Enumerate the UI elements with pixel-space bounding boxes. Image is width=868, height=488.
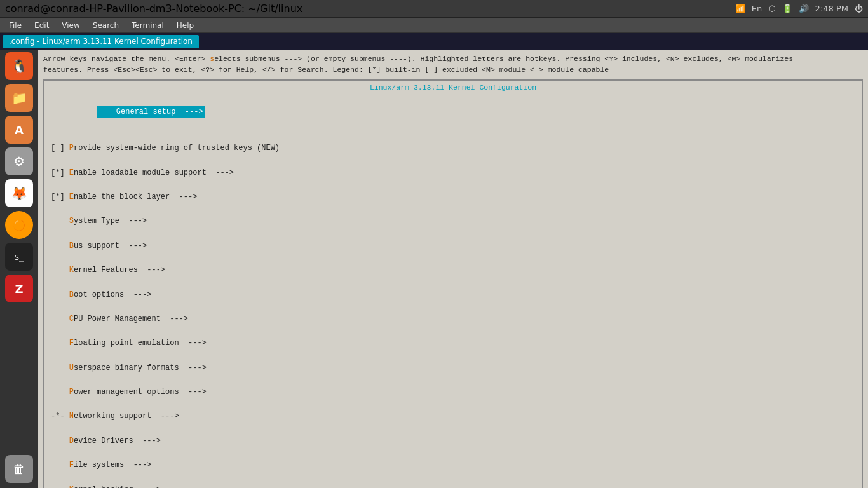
menu-line-networking[interactable]: -*- Networking support ---> [51, 410, 862, 423]
menu-line-userspace[interactable]: Userspace binary formats ---> [51, 362, 862, 374]
battery-icon: 🔋 [782, 4, 792, 13]
titlebar: conrad@conrad-HP-Pavilion-dm3-Notebook-P… [0, 0, 868, 18]
menu-line-kernel-features[interactable]: Kernel Features ---> [51, 264, 862, 276]
config-list[interactable]: General setup ---> [ ] Provide system-wi… [44, 93, 862, 489]
menu-search[interactable]: Search [88, 20, 124, 31]
firefox-icon: 🦊 [11, 186, 27, 201]
terminal-icon: $_ [14, 252, 24, 262]
config-box: Linux/arm 3.13.11 Kernel Configuration G… [43, 79, 863, 489]
info-line2: features. Press <Esc><Esc> to exit, <?> … [43, 65, 609, 74]
dock-ubuntu[interactable]: 🐧 [5, 52, 33, 80]
menu-line-block-layer[interactable]: [*] Enable the block layer ---> [51, 191, 862, 203]
menu-line-kernel-hacking[interactable]: Kernel hacking ---> [51, 484, 862, 489]
menu-line-power-mgmt[interactable]: Power management options ---> [51, 386, 862, 398]
terminal-area: 🐧 📁 A ⚙ 🦊 🟠 $_ Z 🗑 Arrow keys n [0, 50, 868, 488]
menu-line-system-type[interactable]: System Type ---> [51, 215, 862, 227]
power-icon: ⏻ [855, 4, 863, 13]
active-tab[interactable]: .config - Linux/arm 3.13.11 Kernel Confi… [3, 35, 199, 48]
menu-line-boot-options[interactable]: Boot options ---> [51, 289, 862, 301]
dock-zathura[interactable]: Z [5, 274, 33, 302]
menu-line-cpu-power[interactable]: CPU Power Management ---> [51, 313, 862, 325]
clock: 2:48 PM [815, 4, 848, 13]
info-text: Arrow keys navigate the menu. <Enter> se… [43, 53, 863, 76]
lang-indicator: En [752, 4, 762, 13]
wifi-icon: 📶 [735, 4, 745, 13]
files-icon: 📁 [11, 90, 27, 105]
menubar: File Edit View Search Terminal Help [0, 18, 868, 33]
menu-line-module-support[interactable]: [*] Enable loadable module support ---> [51, 167, 862, 179]
dock-files[interactable]: 📁 [5, 84, 33, 112]
titlebar-title: conrad@conrad-HP-Pavilion-dm3-Notebook-P… [5, 3, 302, 15]
dock-trash[interactable]: 🗑 [5, 455, 33, 483]
tabbar: .config - Linux/arm 3.13.11 Kernel Confi… [0, 33, 868, 50]
info-line1: Arrow keys navigate the menu. <Enter> se… [43, 55, 793, 63]
menu-line-bus-support[interactable]: Bus support ---> [51, 240, 862, 252]
dock-vlc[interactable]: 🟠 [5, 211, 33, 239]
zathura-icon: Z [15, 282, 23, 295]
menu-line-general[interactable]: General setup ---> [51, 94, 862, 131]
menu-line-trusted-keys[interactable]: [ ] Provide system-wide ring of trusted … [51, 142, 862, 154]
dock-terminal[interactable]: $_ [5, 243, 33, 271]
trash-icon: 🗑 [13, 461, 25, 477]
bluetooth-icon: ⬡ [768, 4, 775, 13]
menu-line-file-systems[interactable]: File systems ---> [51, 459, 862, 471]
settings-icon: ⚙ [13, 154, 25, 169]
dock-settings[interactable]: ⚙ [5, 147, 33, 175]
sidebar-dock: 🐧 📁 A ⚙ 🦊 🟠 $_ Z 🗑 [0, 50, 38, 488]
menu-line-floating-point[interactable]: Floating point emulation ---> [51, 337, 862, 349]
font-icon: A [15, 123, 24, 137]
menu-terminal[interactable]: Terminal [126, 20, 169, 31]
main-content: Arrow keys navigate the menu. <Enter> se… [38, 50, 868, 488]
vlc-icon: 🟠 [13, 219, 25, 231]
ubuntu-icon: 🐧 [11, 58, 27, 74]
titlebar-right: 📶 En ⬡ 🔋 🔊 2:48 PM ⏻ [735, 4, 863, 13]
menu-view[interactable]: View [57, 20, 85, 31]
dock-firefox[interactable]: 🦊 [5, 179, 33, 207]
menu-line-device-drivers[interactable]: Device Drivers ---> [51, 435, 862, 447]
menu-edit[interactable]: Edit [29, 20, 54, 31]
volume-icon: 🔊 [799, 4, 809, 13]
dock-font[interactable]: A [5, 116, 33, 144]
config-title: Linux/arm 3.13.11 Kernel Configuration [44, 81, 862, 93]
menu-help[interactable]: Help [172, 20, 199, 31]
menu-file[interactable]: File [4, 20, 27, 31]
